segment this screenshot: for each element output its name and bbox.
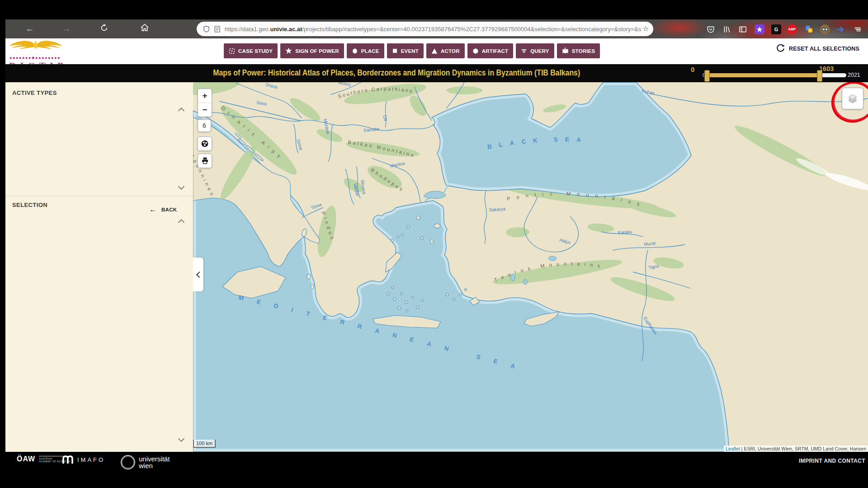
url-scheme: https://data1.geo.: [225, 26, 270, 33]
screen: ← → https://data1.geo.univie.ac.at/proje…: [0, 0, 868, 488]
timeline-handle-right[interactable]: [817, 70, 822, 82]
diamond-row-icon: [9, 56, 62, 60]
browser-home-button[interactable]: [138, 19, 151, 38]
timeline-end-label: 2021: [848, 72, 860, 78]
send-tab-extension-icon[interactable]: [836, 24, 846, 34]
nav-label: SIGN OF POWER: [295, 48, 339, 54]
nav-event-button[interactable]: EVENT: [387, 43, 424, 58]
leaflet-link[interactable]: Leaflet: [726, 446, 740, 451]
active-types-heading: ACTIVE TYPES: [12, 89, 57, 96]
page-info-icon[interactable]: [214, 26, 220, 33]
filter-icon: [521, 48, 527, 54]
sidebar: ACTIVE TYPES SELECTION ← BACK: [5, 82, 193, 452]
imafo-wordmark: IMAFO: [77, 456, 105, 463]
imprint-and-contact-link[interactable]: IMPRINT AND CONTACT: [799, 458, 865, 464]
home-icon: [141, 23, 149, 32]
url-path: /projects/tibapp/#activetypes=&center=40…: [302, 26, 641, 33]
univie-logo[interactable]: universitätwien: [121, 455, 170, 469]
square-icon: [392, 48, 398, 54]
back-label: BACK: [161, 207, 177, 212]
pocket-icon[interactable]: [706, 24, 716, 34]
digtib-logo[interactable]: D·I·G·T·I·B: [9, 40, 63, 63]
nav-label: ARTIFACT: [482, 48, 508, 54]
url-text: https://data1.geo.univie.ac.at/projects/…: [225, 26, 641, 33]
browser-back-button[interactable]: ←: [23, 19, 37, 38]
active-types-scroll-down[interactable]: [178, 183, 184, 190]
triangle-icon: [431, 48, 438, 54]
shield-icon: [203, 26, 210, 33]
reset-label: RESET ALL SELECTIONS: [789, 46, 859, 52]
map-canvas[interactable]: BLACK SEAMEDITERRANEAN SEASouthern Carpa…: [193, 82, 868, 452]
g-lock-extension-icon[interactable]: G: [771, 24, 781, 34]
univie-wordmark: universitätwien: [139, 455, 170, 469]
eagle-wings-icon: [9, 40, 62, 52]
active-types-scroll-up[interactable]: [178, 108, 184, 114]
menu-overflow-icon[interactable]: [853, 24, 863, 34]
stylus-extension-icon[interactable]: [755, 24, 764, 34]
translate-extension-icon[interactable]: [804, 24, 814, 34]
nav-label: STORIES: [572, 48, 595, 54]
nav-actor-button[interactable]: ACTOR: [426, 43, 465, 58]
nav-label: ACTOR: [441, 48, 460, 54]
sidebar-divider: [5, 196, 193, 196]
title-bar: Maps of Power: Historical Atlas of Place…: [5, 64, 868, 82]
selection-scroll-down[interactable]: [178, 436, 184, 442]
nav-label: EVENT: [401, 48, 419, 54]
rivers-label: Karasu: [618, 229, 632, 235]
case-study-icon: [229, 48, 235, 54]
nav-case-study-button[interactable]: CASE STUDY: [224, 43, 278, 58]
map-scale-bar: 100 km: [193, 440, 216, 448]
nav-label: PLACE: [361, 48, 379, 54]
reset-icon: [776, 44, 785, 53]
footer: ÖAW AUSTRIANACADEMY OF SCIENCES IMAFO un…: [5, 452, 868, 470]
library-icon[interactable]: [722, 24, 731, 34]
sidebar-toggle-icon[interactable]: [738, 24, 748, 34]
avatar-extension-icon[interactable]: [820, 24, 830, 34]
timeline-start-label: 0: [691, 66, 694, 73]
oaw-wordmark: ÖAW: [17, 455, 35, 463]
page-title: Maps of Power: Historical Atlas of Place…: [186, 68, 607, 78]
nav-place-button[interactable]: PLACE: [347, 43, 384, 58]
bookmark-star-icon[interactable]: ☆: [643, 25, 649, 33]
back-button[interactable]: ← BACK: [149, 205, 177, 214]
timeline-slider-fill: [707, 73, 819, 77]
cluster-toggle-button[interactable]: [198, 136, 212, 151]
back-arrow-icon: ←: [149, 205, 157, 214]
nav-label: CASE STUDY: [238, 48, 273, 54]
nav-sign-of-power-button[interactable]: SIGN OF POWER: [280, 43, 344, 58]
browser-reload-button[interactable]: [97, 19, 111, 38]
nav-label: QUERY: [530, 48, 549, 54]
nav-artifact-button[interactable]: ARTIFACT: [467, 43, 513, 58]
zoom-in-button[interactable]: +: [198, 89, 212, 103]
zoom-control: + −: [198, 89, 212, 117]
imafo-mark-icon: [62, 455, 74, 464]
map-container[interactable]: BLACK SEAMEDITERRANEAN SEASouthern Carpa…: [193, 82, 868, 452]
attribution-sources: | ESRI, Universität Wien, SRTM, UMD Land…: [740, 446, 866, 451]
sidebar-collapse-button[interactable]: [193, 258, 203, 291]
selection-heading: SELECTION: [12, 202, 47, 208]
selection-scroll-up[interactable]: [178, 219, 184, 225]
book-icon: [562, 47, 569, 54]
layers-icon: [847, 93, 858, 104]
zoom-out-button[interactable]: −: [198, 103, 212, 117]
app-header: D·I·G·T·I·B CASE STUDY SIGN OF POWER PLA…: [5, 38, 868, 64]
nav-stories-button[interactable]: STORIES: [557, 43, 600, 58]
reset-all-selections-button[interactable]: RESET ALL SELECTIONS: [776, 44, 859, 53]
zoom-level-indicator: 6: [198, 119, 211, 132]
imafo-logo[interactable]: IMAFO: [62, 455, 105, 464]
timeline-handle-left[interactable]: [704, 70, 710, 82]
url-bar[interactable]: https://data1.geo.univie.ac.at/projects/…: [197, 22, 653, 36]
print-button[interactable]: [198, 154, 212, 168]
timeline-slider[interactable]: [707, 73, 846, 77]
reload-icon: [100, 24, 108, 32]
layers-button[interactable]: [842, 88, 863, 109]
univie-seal-icon: [121, 455, 135, 469]
chevron-left-icon: [196, 271, 202, 277]
print-icon: [201, 157, 209, 164]
nav-query-button[interactable]: QUERY: [516, 43, 554, 58]
map-attribution: Leaflet | ESRI, Universität Wien, SRTM, …: [724, 446, 868, 452]
cluster-icon: [201, 140, 209, 148]
adblock-plus-icon[interactable]: ABP: [787, 24, 797, 34]
browser-forward-button[interactable]: →: [60, 19, 73, 38]
circle-icon: [352, 48, 358, 54]
